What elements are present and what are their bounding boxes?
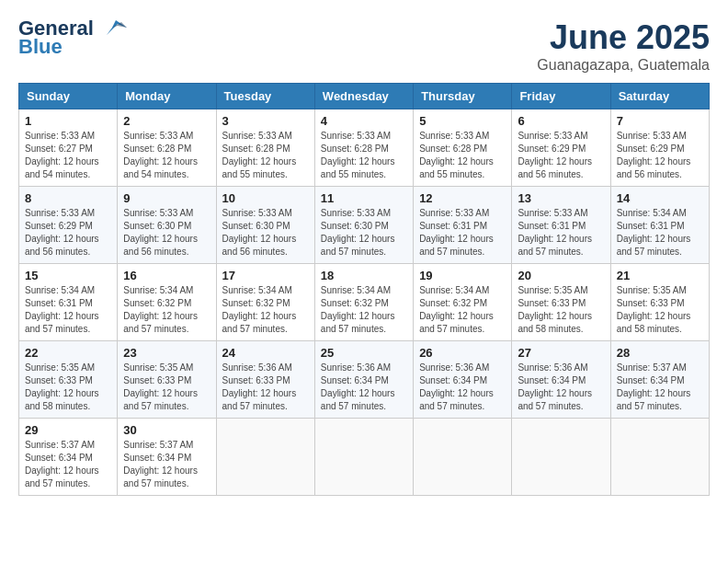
- sunset-label: Sunset: 6:28 PM: [419, 144, 487, 154]
- day-number: 21: [617, 269, 703, 282]
- day-info: Sunrise: 5:36 AM Sunset: 6:34 PM Dayligh…: [419, 362, 506, 413]
- day-number: 11: [321, 191, 407, 205]
- sunrise-label: Sunrise: 5:33 AM: [123, 131, 193, 141]
- sunset-label: Sunset: 6:29 PM: [25, 221, 93, 231]
- sunset-label: Sunset: 6:30 PM: [321, 221, 389, 231]
- day-info: Sunrise: 5:34 AM Sunset: 6:32 PM Dayligh…: [123, 284, 210, 336]
- sunset-label: Sunset: 6:34 PM: [25, 453, 93, 463]
- sunrise-label: Sunrise: 5:33 AM: [321, 131, 391, 141]
- sunrise-label: Sunrise: 5:34 AM: [123, 285, 193, 295]
- sunrise-label: Sunrise: 5:35 AM: [617, 285, 687, 295]
- daylight-label: Daylight: 12 hours and 57 minutes.: [321, 311, 395, 334]
- sunset-label: Sunset: 6:28 PM: [222, 144, 290, 154]
- day-number: 1: [25, 114, 111, 128]
- daylight-label: Daylight: 12 hours and 55 minutes.: [222, 156, 297, 179]
- sunset-label: Sunset: 6:33 PM: [123, 375, 191, 385]
- calendar-day-cell: 3 Sunrise: 5:33 AM Sunset: 6:28 PM Dayli…: [216, 109, 314, 187]
- day-number: 8: [25, 191, 111, 205]
- sunset-label: Sunset: 6:33 PM: [222, 375, 290, 385]
- daylight-label: Daylight: 12 hours and 56 minutes.: [222, 234, 297, 257]
- day-number: 27: [518, 346, 604, 360]
- day-info: Sunrise: 5:33 AM Sunset: 6:28 PM Dayligh…: [419, 130, 506, 181]
- day-info: Sunrise: 5:35 AM Sunset: 6:33 PM Dayligh…: [25, 362, 111, 413]
- sunset-label: Sunset: 6:28 PM: [321, 144, 389, 154]
- daylight-label: Daylight: 12 hours and 56 minutes.: [25, 234, 99, 257]
- day-info: Sunrise: 5:33 AM Sunset: 6:28 PM Dayligh…: [222, 130, 309, 181]
- calendar-day-cell: 17 Sunrise: 5:34 AM Sunset: 6:32 PM Dayl…: [216, 264, 314, 341]
- day-number: 29: [25, 423, 111, 437]
- sunrise-label: Sunrise: 5:33 AM: [419, 208, 489, 218]
- calendar-day-cell: 8 Sunrise: 5:33 AM Sunset: 6:29 PM Dayli…: [19, 187, 118, 264]
- day-info: Sunrise: 5:33 AM Sunset: 6:28 PM Dayligh…: [123, 130, 210, 181]
- sunrise-label: Sunrise: 5:37 AM: [617, 362, 687, 373]
- sunrise-label: Sunrise: 5:34 AM: [25, 285, 95, 295]
- day-number: 24: [222, 346, 309, 360]
- sunset-label: Sunset: 6:30 PM: [123, 221, 191, 231]
- sunset-label: Sunset: 6:32 PM: [321, 298, 389, 308]
- day-number: 25: [321, 346, 407, 360]
- calendar-day-cell: 29 Sunrise: 5:37 AM Sunset: 6:34 PM Dayl…: [19, 419, 118, 496]
- day-number: 12: [419, 191, 506, 205]
- day-number: 14: [617, 191, 703, 205]
- sunrise-label: Sunrise: 5:36 AM: [419, 362, 489, 373]
- sunset-label: Sunset: 6:31 PM: [25, 298, 93, 308]
- day-info: Sunrise: 5:34 AM Sunset: 6:32 PM Dayligh…: [419, 284, 506, 336]
- sunrise-label: Sunrise: 5:33 AM: [222, 208, 292, 218]
- day-number: 10: [222, 191, 309, 205]
- day-number: 30: [123, 423, 210, 437]
- calendar-week-row: 29 Sunrise: 5:37 AM Sunset: 6:34 PM Dayl…: [19, 419, 710, 496]
- day-number: 13: [518, 191, 604, 205]
- daylight-label: Daylight: 12 hours and 57 minutes.: [123, 311, 198, 334]
- day-number: 3: [222, 114, 309, 128]
- calendar-day-cell: [610, 419, 709, 496]
- day-info: Sunrise: 5:33 AM Sunset: 6:29 PM Dayligh…: [518, 130, 604, 181]
- sunrise-label: Sunrise: 5:33 AM: [419, 131, 489, 141]
- daylight-label: Daylight: 12 hours and 57 minutes.: [222, 388, 297, 411]
- day-number: 18: [321, 269, 407, 282]
- day-number: 17: [222, 269, 309, 282]
- sunrise-label: Sunrise: 5:33 AM: [222, 131, 292, 141]
- day-number: 16: [123, 269, 210, 282]
- day-info: Sunrise: 5:33 AM Sunset: 6:31 PM Dayligh…: [518, 207, 604, 259]
- daylight-label: Daylight: 12 hours and 56 minutes.: [617, 156, 691, 179]
- location: Guanagazapa, Guatemala: [537, 57, 710, 74]
- day-number: 9: [123, 191, 210, 205]
- daylight-label: Daylight: 12 hours and 57 minutes.: [419, 388, 494, 411]
- day-info: Sunrise: 5:36 AM Sunset: 6:34 PM Dayligh…: [321, 362, 407, 413]
- day-number: 15: [25, 269, 111, 282]
- day-number: 6: [518, 114, 604, 128]
- sunset-label: Sunset: 6:34 PM: [518, 375, 586, 385]
- calendar-day-cell: 25 Sunrise: 5:36 AM Sunset: 6:34 PM Dayl…: [314, 341, 413, 419]
- sunrise-label: Sunrise: 5:33 AM: [25, 208, 95, 218]
- day-info: Sunrise: 5:33 AM Sunset: 6:31 PM Dayligh…: [419, 207, 506, 259]
- day-info: Sunrise: 5:37 AM Sunset: 6:34 PM Dayligh…: [123, 439, 210, 490]
- sunset-label: Sunset: 6:31 PM: [617, 221, 685, 231]
- daylight-label: Daylight: 12 hours and 57 minutes.: [617, 388, 691, 411]
- daylight-label: Daylight: 12 hours and 56 minutes.: [518, 156, 592, 179]
- calendar-day-cell: 19 Sunrise: 5:34 AM Sunset: 6:32 PM Dayl…: [414, 264, 512, 341]
- calendar-day-cell: 23 Sunrise: 5:35 AM Sunset: 6:33 PM Dayl…: [118, 341, 216, 419]
- sunrise-label: Sunrise: 5:33 AM: [123, 208, 193, 218]
- daylight-label: Daylight: 12 hours and 57 minutes.: [123, 388, 198, 411]
- daylight-label: Daylight: 12 hours and 57 minutes.: [419, 234, 494, 257]
- day-number: 20: [518, 269, 604, 282]
- calendar-day-cell: 6 Sunrise: 5:33 AM Sunset: 6:29 PM Dayli…: [512, 109, 610, 187]
- calendar-day-cell: 10 Sunrise: 5:33 AM Sunset: 6:30 PM Dayl…: [216, 187, 314, 264]
- sunrise-label: Sunrise: 5:34 AM: [617, 208, 687, 218]
- weekday-header-wednesday: Wednesday: [314, 84, 413, 109]
- sunrise-label: Sunrise: 5:33 AM: [518, 208, 587, 218]
- day-info: Sunrise: 5:34 AM Sunset: 6:31 PM Dayligh…: [25, 284, 111, 336]
- calendar-day-cell: [216, 419, 314, 496]
- calendar-day-cell: 18 Sunrise: 5:34 AM Sunset: 6:32 PM Dayl…: [314, 264, 413, 341]
- sunrise-label: Sunrise: 5:36 AM: [222, 362, 292, 373]
- sunrise-label: Sunrise: 5:36 AM: [321, 362, 391, 373]
- calendar-day-cell: 26 Sunrise: 5:36 AM Sunset: 6:34 PM Dayl…: [414, 341, 512, 419]
- calendar-day-cell: 27 Sunrise: 5:36 AM Sunset: 6:34 PM Dayl…: [512, 341, 610, 419]
- day-info: Sunrise: 5:34 AM Sunset: 6:31 PM Dayligh…: [617, 207, 703, 259]
- logo-bird-icon: [97, 18, 127, 39]
- calendar-day-cell: 30 Sunrise: 5:37 AM Sunset: 6:34 PM Dayl…: [118, 419, 216, 496]
- daylight-label: Daylight: 12 hours and 54 minutes.: [123, 156, 198, 179]
- sunset-label: Sunset: 6:29 PM: [518, 144, 586, 154]
- sunrise-label: Sunrise: 5:34 AM: [222, 285, 292, 295]
- weekday-header-tuesday: Tuesday: [216, 84, 314, 109]
